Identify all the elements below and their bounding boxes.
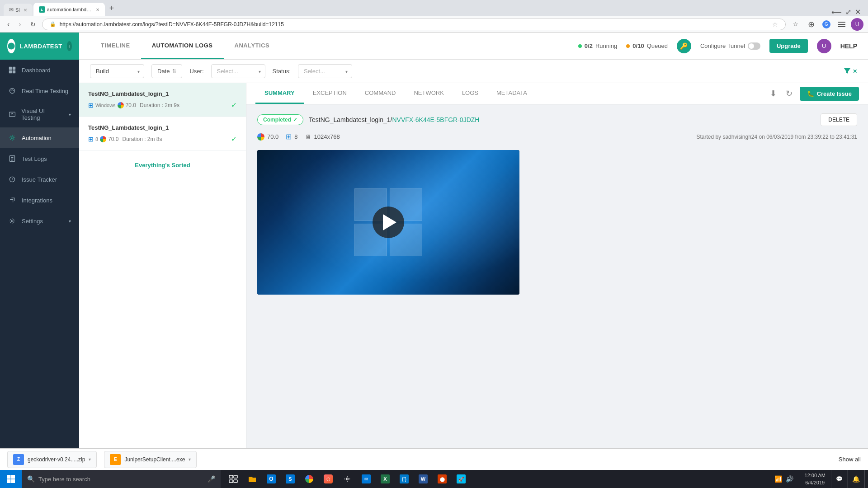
queued-label: Queued — [647, 42, 668, 49]
svg-rect-0 — [9, 67, 12, 70]
sidebar-item-testlogs[interactable]: Test Logs — [0, 148, 79, 169]
taskbar-notification-btn[interactable]: 💬 — [831, 470, 847, 488]
create-issue-btn[interactable]: 🐛 Create Issue — [800, 87, 859, 101]
microphone-icon[interactable]: 🎤 — [208, 475, 215, 483]
play-btn[interactable] — [373, 206, 404, 238]
test-item[interactable]: TestNG_Lambdatest_login_1 ⊞ 8 70.0 Durat… — [79, 117, 246, 151]
nav-icon-ext2[interactable]: G — [820, 18, 833, 31]
issuetracker-icon — [8, 175, 16, 183]
svg-rect-13 — [11, 479, 15, 483]
user-label: User: — [189, 68, 203, 75]
status-filter[interactable]: Select... ▾ — [298, 64, 352, 78]
nav-reload-btn[interactable]: ↻ — [28, 19, 38, 30]
nav-back-btn[interactable]: ‹ — [5, 19, 12, 30]
detail-tab-summary[interactable]: SUMMARY — [255, 83, 304, 104]
taskbar-icon-word[interactable]: W — [414, 470, 432, 488]
profile-avatar[interactable]: U — [851, 18, 863, 31]
download-item-1[interactable]: Z geckodriver-v0.24.....zip ▾ — [7, 451, 97, 468]
nav-icon-star[interactable]: ☆ — [789, 18, 802, 31]
filter-clear-btn[interactable]: ✕ — [844, 68, 857, 75]
nav-icon-menu[interactable] — [835, 18, 848, 31]
taskbar-icon-email[interactable]: ✉ — [357, 470, 375, 488]
taskbar-search[interactable]: 🔍 Type here to search 🎤 — [22, 470, 221, 488]
sidebar-item-realtime[interactable]: Real Time Testing — [0, 80, 79, 101]
refresh-btn[interactable]: ↻ — [784, 87, 794, 100]
tab-close-btn[interactable]: ✕ — [96, 7, 99, 12]
detail-tab-logs[interactable]: LOGS — [453, 83, 487, 104]
key-icon-btn[interactable]: 🔑 — [677, 39, 691, 53]
svg-rect-17 — [234, 480, 237, 483]
show-all-btn[interactable]: Show all — [839, 456, 861, 463]
taskbar-icon-store[interactable]: S — [281, 470, 299, 488]
svg-rect-10 — [7, 475, 11, 479]
chrome-icon — [118, 102, 124, 108]
user-filter[interactable]: Select... ▾ — [211, 64, 265, 78]
browser-version: 70.0 — [126, 102, 136, 108]
video-container[interactable] — [257, 150, 519, 295]
taskbar-icon-task-view[interactable] — [224, 470, 242, 488]
build-filter[interactable]: Build ▾ — [90, 64, 144, 78]
taskbar-icon-excel[interactable]: X — [376, 470, 394, 488]
topbar-tab-automation-logs[interactable]: AUTOMATION LOGS — [141, 33, 224, 59]
topbar-tab-analytics[interactable]: ANALYTICS — [224, 33, 281, 59]
user-avatar-btn[interactable]: U — [817, 39, 831, 53]
download-chevron-1[interactable]: ▾ — [89, 457, 91, 462]
os-version-detail: 8 — [294, 133, 297, 140]
taskbar-icon-settings[interactable] — [338, 470, 356, 488]
download-chevron-2[interactable]: ▾ — [189, 457, 191, 462]
detail-tab-exception[interactable]: EXCEPTION — [304, 83, 356, 104]
status-label: Status: — [273, 68, 291, 75]
taskbar-icon-chrome[interactable] — [300, 470, 318, 488]
taskbar-volume-icon[interactable]: 🔊 — [786, 475, 793, 483]
delete-btn[interactable]: DELETE — [821, 113, 857, 126]
taskbar-icon-file-explorer[interactable] — [243, 470, 261, 488]
browser-tab-gmail[interactable]: ✉Sl ✕ — [4, 4, 33, 16]
status-select[interactable]: Select... — [298, 64, 352, 78]
new-tab-btn[interactable]: + — [106, 4, 118, 12]
taskbar-icon-vscode[interactable]: {"} — [395, 470, 413, 488]
dashboard-icon — [8, 66, 16, 74]
detail-tab-actions: ⬇ ↻ 🐛 Create Issue — [768, 87, 859, 101]
bookmark-icon[interactable]: ☆ — [772, 21, 778, 28]
sidebar-item-integrations[interactable]: Integrations — [0, 190, 79, 211]
browser-chrome: ✉Sl ✕ L automation.lambdatest ✕ + ⟵ ⤢ ✕ … — [0, 0, 868, 33]
detail-tab-metadata[interactable]: METADATA — [487, 83, 536, 104]
sidebar-item-issuetracker[interactable]: Issue Tracker — [0, 169, 79, 190]
taskbar-icon-extra1[interactable]: ⬤ — [433, 470, 451, 488]
download-btn[interactable]: ⬇ — [768, 87, 778, 100]
date-filter[interactable]: Date ⇅ — [151, 64, 182, 78]
test-info-browser: 70.0 — [257, 133, 278, 141]
sidebar-item-visual[interactable]: Visual UI Testing ▾ — [0, 101, 79, 127]
taskbar-show-desktop[interactable] — [864, 470, 868, 488]
topbar-tab-timeline[interactable]: TIMELINE — [90, 33, 141, 59]
taskbar-wifi-icon[interactable]: 📶 — [774, 475, 782, 483]
taskbar-icon-extra2[interactable]: 🚀 — [452, 470, 470, 488]
sidebar-item-label: Issue Tracker — [22, 176, 57, 183]
nav-icon-ext1[interactable]: ⊕ — [805, 18, 817, 31]
nav-forward-btn[interactable]: › — [16, 19, 24, 30]
detail-tab-command[interactable]: COMMAND — [356, 83, 405, 104]
taskbar-action-center[interactable]: 🔔 — [847, 470, 864, 488]
taskbar-icon-outlook[interactable]: O — [262, 470, 280, 488]
taskbar-icon-extras[interactable]: ⬡ — [319, 470, 337, 488]
help-label[interactable]: HELP — [840, 42, 857, 50]
sidebar-collapse-btn[interactable]: ‹ — [67, 41, 72, 51]
sidebar-item-settings[interactable]: Settings ▾ — [0, 211, 79, 231]
build-select[interactable]: Build — [90, 64, 144, 78]
download-item-2[interactable]: E JuniperSetupClient....exe ▾ — [104, 451, 197, 468]
sidebar-item-label: Settings — [22, 218, 43, 225]
sidebar-item-dashboard[interactable]: Dashboard — [0, 60, 79, 80]
detail-tab-network[interactable]: NETWORK — [405, 83, 453, 104]
sidebar-header[interactable]: LAMBDATEST ‹ — [0, 33, 79, 60]
user-select[interactable]: Select... — [211, 64, 265, 78]
sidebar-item-automation[interactable]: Automation — [0, 127, 79, 148]
start-btn[interactable] — [0, 470, 22, 488]
configure-tunnel-btn[interactable]: Configure Tunnel — [700, 42, 760, 50]
test-item-name: TestNG_Lambdatest_login_1 — [88, 124, 237, 131]
address-bar[interactable]: 🔒 https://automation.lambdatest.com/logs… — [42, 19, 786, 30]
taskbar-datetime[interactable]: 12:00 AM 6/4/2019 — [799, 470, 831, 488]
browser-tab-active[interactable]: L automation.lambdatest ✕ — [33, 3, 105, 16]
running-label: Running — [595, 42, 617, 49]
test-item[interactable]: TestNG_Lambdatest_login_1 ⊞ Windows 70.0… — [79, 83, 246, 117]
upgrade-btn[interactable]: Upgrade — [769, 39, 808, 53]
